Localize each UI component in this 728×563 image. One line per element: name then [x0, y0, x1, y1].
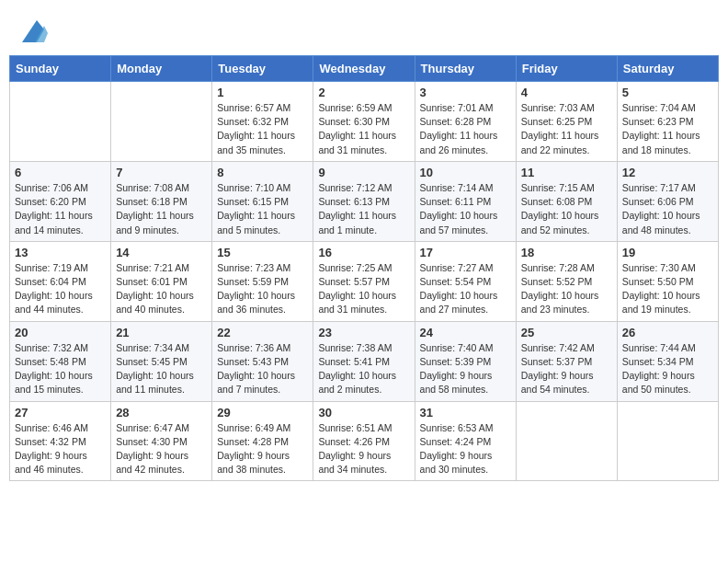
day-number: 12 — [622, 166, 713, 179]
day-info: Sunrise: 6:59 AM Sunset: 6:30 PM Dayligh… — [318, 101, 409, 157]
calendar-day-cell: 6Sunrise: 7:06 AM Sunset: 6:20 PM Daylig… — [10, 161, 111, 241]
calendar-week-row: 20Sunrise: 7:32 AM Sunset: 5:48 PM Dayli… — [10, 321, 719, 401]
calendar-day-cell: 28Sunrise: 6:47 AM Sunset: 4:30 PM Dayli… — [111, 401, 212, 481]
day-number: 10 — [420, 166, 511, 179]
day-number: 3 — [420, 86, 511, 99]
day-number: 20 — [15, 326, 106, 339]
day-info: Sunrise: 7:27 AM Sunset: 5:54 PM Dayligh… — [420, 261, 511, 317]
day-number: 4 — [521, 86, 612, 99]
day-number: 29 — [217, 406, 308, 419]
calendar-day-cell: 11Sunrise: 7:15 AM Sunset: 6:08 PM Dayli… — [516, 161, 617, 241]
day-info: Sunrise: 7:08 AM Sunset: 6:18 PM Dayligh… — [116, 181, 207, 237]
calendar-day-cell: 3Sunrise: 7:01 AM Sunset: 6:28 PM Daylig… — [415, 82, 516, 162]
day-info: Sunrise: 7:28 AM Sunset: 5:52 PM Dayligh… — [521, 261, 612, 317]
day-info: Sunrise: 6:47 AM Sunset: 4:30 PM Dayligh… — [116, 421, 207, 477]
calendar-day-cell: 24Sunrise: 7:40 AM Sunset: 5:39 PM Dayli… — [415, 321, 516, 401]
calendar-day-cell: 22Sunrise: 7:36 AM Sunset: 5:43 PM Dayli… — [212, 321, 313, 401]
day-number: 9 — [318, 166, 409, 179]
day-number: 5 — [622, 86, 713, 99]
day-of-week-header: Sunday — [10, 56, 111, 82]
calendar-day-cell: 15Sunrise: 7:23 AM Sunset: 5:59 PM Dayli… — [212, 241, 313, 321]
logo — [18, 17, 50, 46]
logo-icon — [18, 17, 48, 46]
day-number: 2 — [318, 86, 409, 99]
day-info: Sunrise: 6:53 AM Sunset: 4:24 PM Dayligh… — [420, 421, 511, 477]
calendar-day-cell: 13Sunrise: 7:19 AM Sunset: 6:04 PM Dayli… — [10, 241, 111, 321]
day-info: Sunrise: 7:36 AM Sunset: 5:43 PM Dayligh… — [217, 341, 308, 397]
calendar-day-cell: 25Sunrise: 7:42 AM Sunset: 5:37 PM Dayli… — [516, 321, 617, 401]
day-number: 24 — [420, 326, 511, 339]
calendar-day-cell: 20Sunrise: 7:32 AM Sunset: 5:48 PM Dayli… — [10, 321, 111, 401]
day-number: 14 — [116, 246, 207, 259]
calendar-day-cell — [111, 82, 212, 162]
calendar-day-cell: 18Sunrise: 7:28 AM Sunset: 5:52 PM Dayli… — [516, 241, 617, 321]
calendar-day-cell: 16Sunrise: 7:25 AM Sunset: 5:57 PM Dayli… — [313, 241, 415, 321]
calendar-day-cell: 17Sunrise: 7:27 AM Sunset: 5:54 PM Dayli… — [415, 241, 516, 321]
day-number: 1 — [217, 86, 308, 99]
page-header — [9, 9, 719, 50]
day-of-week-header: Thursday — [415, 56, 516, 82]
day-number: 31 — [420, 406, 511, 419]
day-info: Sunrise: 7:40 AM Sunset: 5:39 PM Dayligh… — [420, 341, 511, 397]
day-info: Sunrise: 7:34 AM Sunset: 5:45 PM Dayligh… — [116, 341, 207, 397]
day-info: Sunrise: 7:06 AM Sunset: 6:20 PM Dayligh… — [15, 181, 106, 237]
day-number: 23 — [318, 326, 409, 339]
day-info: Sunrise: 7:14 AM Sunset: 6:11 PM Dayligh… — [420, 181, 511, 237]
day-info: Sunrise: 7:32 AM Sunset: 5:48 PM Dayligh… — [15, 341, 106, 397]
calendar-day-cell: 12Sunrise: 7:17 AM Sunset: 6:06 PM Dayli… — [617, 161, 718, 241]
calendar-day-cell — [617, 401, 718, 481]
calendar-day-cell: 14Sunrise: 7:21 AM Sunset: 6:01 PM Dayli… — [111, 241, 212, 321]
day-info: Sunrise: 7:10 AM Sunset: 6:15 PM Dayligh… — [217, 181, 308, 237]
day-number: 21 — [116, 326, 207, 339]
calendar-table: SundayMondayTuesdayWednesdayThursdayFrid… — [9, 55, 719, 481]
day-info: Sunrise: 7:23 AM Sunset: 5:59 PM Dayligh… — [217, 261, 308, 317]
calendar-day-cell: 1Sunrise: 6:57 AM Sunset: 6:32 PM Daylig… — [212, 82, 313, 162]
day-number: 27 — [15, 406, 106, 419]
day-number: 11 — [521, 166, 612, 179]
calendar-day-cell: 27Sunrise: 6:46 AM Sunset: 4:32 PM Dayli… — [10, 401, 111, 481]
day-number: 8 — [217, 166, 308, 179]
day-of-week-header: Wednesday — [313, 56, 415, 82]
day-number: 25 — [521, 326, 612, 339]
day-of-week-header: Friday — [516, 56, 617, 82]
day-info: Sunrise: 7:25 AM Sunset: 5:57 PM Dayligh… — [318, 261, 409, 317]
calendar-day-cell: 29Sunrise: 6:49 AM Sunset: 4:28 PM Dayli… — [212, 401, 313, 481]
day-of-week-header: Saturday — [617, 56, 718, 82]
day-info: Sunrise: 7:12 AM Sunset: 6:13 PM Dayligh… — [318, 181, 409, 237]
calendar-day-cell: 26Sunrise: 7:44 AM Sunset: 5:34 PM Dayli… — [617, 321, 718, 401]
calendar-day-cell: 2Sunrise: 6:59 AM Sunset: 6:30 PM Daylig… — [313, 82, 415, 162]
day-info: Sunrise: 6:49 AM Sunset: 4:28 PM Dayligh… — [217, 421, 308, 477]
day-info: Sunrise: 7:15 AM Sunset: 6:08 PM Dayligh… — [521, 181, 612, 237]
day-info: Sunrise: 7:21 AM Sunset: 6:01 PM Dayligh… — [116, 261, 207, 317]
day-info: Sunrise: 7:44 AM Sunset: 5:34 PM Dayligh… — [622, 341, 713, 397]
calendar-day-cell: 7Sunrise: 7:08 AM Sunset: 6:18 PM Daylig… — [111, 161, 212, 241]
calendar-week-row: 13Sunrise: 7:19 AM Sunset: 6:04 PM Dayli… — [10, 241, 719, 321]
day-info: Sunrise: 6:51 AM Sunset: 4:26 PM Dayligh… — [318, 421, 409, 477]
day-number: 18 — [521, 246, 612, 259]
day-number: 7 — [116, 166, 207, 179]
calendar-header-row: SundayMondayTuesdayWednesdayThursdayFrid… — [10, 56, 719, 82]
calendar-day-cell: 30Sunrise: 6:51 AM Sunset: 4:26 PM Dayli… — [313, 401, 415, 481]
calendar-day-cell: 4Sunrise: 7:03 AM Sunset: 6:25 PM Daylig… — [516, 82, 617, 162]
day-info: Sunrise: 7:38 AM Sunset: 5:41 PM Dayligh… — [318, 341, 409, 397]
calendar-day-cell: 21Sunrise: 7:34 AM Sunset: 5:45 PM Dayli… — [111, 321, 212, 401]
day-info: Sunrise: 7:04 AM Sunset: 6:23 PM Dayligh… — [622, 101, 713, 157]
calendar-day-cell — [10, 82, 111, 162]
calendar-week-row: 27Sunrise: 6:46 AM Sunset: 4:32 PM Dayli… — [10, 401, 719, 481]
day-number: 28 — [116, 406, 207, 419]
day-info: Sunrise: 7:19 AM Sunset: 6:04 PM Dayligh… — [15, 261, 106, 317]
day-number: 6 — [15, 166, 106, 179]
day-number: 13 — [15, 246, 106, 259]
calendar-day-cell: 31Sunrise: 6:53 AM Sunset: 4:24 PM Dayli… — [415, 401, 516, 481]
day-info: Sunrise: 6:57 AM Sunset: 6:32 PM Dayligh… — [217, 101, 308, 157]
day-number: 22 — [217, 326, 308, 339]
calendar-day-cell: 19Sunrise: 7:30 AM Sunset: 5:50 PM Dayli… — [617, 241, 718, 321]
day-info: Sunrise: 7:03 AM Sunset: 6:25 PM Dayligh… — [521, 101, 612, 157]
day-number: 17 — [420, 246, 511, 259]
day-number: 15 — [217, 246, 308, 259]
calendar-day-cell: 10Sunrise: 7:14 AM Sunset: 6:11 PM Dayli… — [415, 161, 516, 241]
day-info: Sunrise: 7:01 AM Sunset: 6:28 PM Dayligh… — [420, 101, 511, 157]
calendar-day-cell: 8Sunrise: 7:10 AM Sunset: 6:15 PM Daylig… — [212, 161, 313, 241]
calendar-week-row: 6Sunrise: 7:06 AM Sunset: 6:20 PM Daylig… — [10, 161, 719, 241]
day-number: 26 — [622, 326, 713, 339]
